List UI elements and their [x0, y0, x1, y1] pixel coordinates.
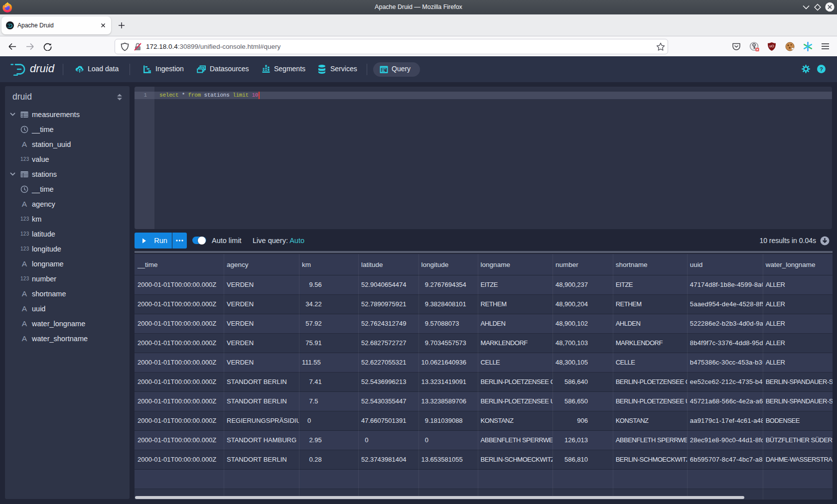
svg-text:?: ?	[820, 66, 823, 72]
svg-text:uO: uO	[769, 44, 774, 48]
